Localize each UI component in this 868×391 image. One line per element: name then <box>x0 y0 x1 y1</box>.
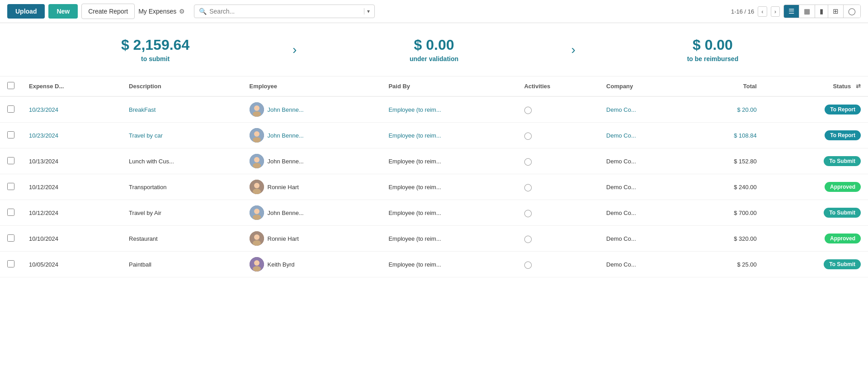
row-checkbox-cell[interactable] <box>0 96 22 123</box>
activities-cell[interactable]: ◯ <box>517 123 599 148</box>
total-amount: $ 152.80 <box>734 158 757 165</box>
th-status[interactable]: Status ⇄ <box>764 76 868 96</box>
employee-cell: Keith Byrd <box>242 252 382 277</box>
avatar <box>250 154 264 168</box>
toolbar-right: 1-16 / 16 ‹ › ☰ ▦ ▮ ⊞ ◯ <box>731 5 861 18</box>
row-checkbox[interactable] <box>7 209 14 216</box>
employee-name: John Benne... <box>268 158 304 165</box>
activities-cell[interactable]: ◯ <box>517 226 599 252</box>
to-reimburse-label: to be reimbursed <box>585 55 841 62</box>
th-activities[interactable]: Activities <box>517 76 599 96</box>
status-badge: To Submit <box>824 156 861 166</box>
paid-by-cell: Employee (to reim... <box>381 148 517 174</box>
status-badge: To Submit <box>824 259 861 269</box>
expense-date-cell: 10/12/2024 <box>22 174 122 200</box>
summary-to-reimburse: $ 0.00 to be reimbursed <box>585 37 841 62</box>
status-badge: To Report <box>825 105 861 114</box>
row-checkbox-cell[interactable] <box>0 226 22 252</box>
activity-view-button[interactable]: ◯ <box>844 5 860 18</box>
chart-view-button[interactable]: ▮ <box>815 5 828 18</box>
next-page-button[interactable]: › <box>771 6 780 17</box>
prev-page-button[interactable]: ‹ <box>758 6 767 17</box>
view-title-text: My Expenses <box>138 8 176 15</box>
th-employee[interactable]: Employee <box>242 76 382 96</box>
arrow-2: › <box>562 43 585 57</box>
under-validation-amount: $ 0.00 <box>306 37 562 53</box>
avatar <box>250 128 264 143</box>
description-text: Paintball <box>129 261 151 268</box>
row-checkbox-cell[interactable] <box>0 200 22 226</box>
activities-cell[interactable]: ◯ <box>517 96 599 123</box>
th-description[interactable]: Description <box>122 76 242 96</box>
gear-icon[interactable]: ⚙ <box>179 8 185 15</box>
activities-cell[interactable]: ◯ <box>517 174 599 200</box>
row-checkbox[interactable] <box>7 105 14 113</box>
svg-point-1 <box>254 105 259 111</box>
row-checkbox[interactable] <box>7 260 14 267</box>
adjust-columns-icon[interactable]: ⇄ <box>856 83 861 90</box>
status-cell: To Submit <box>764 148 868 174</box>
arrow-1: › <box>283 43 306 57</box>
activities-cell[interactable]: ◯ <box>517 148 599 174</box>
activities-cell[interactable]: ◯ <box>517 252 599 277</box>
kanban-view-button[interactable]: ▦ <box>799 5 815 18</box>
paid-by-cell: Employee (to reim... <box>381 200 517 226</box>
total-amount: $ 700.00 <box>734 210 757 216</box>
avatar <box>250 231 264 246</box>
select-all-checkbox[interactable] <box>7 82 14 89</box>
total-cell: $ 700.00 <box>689 200 764 226</box>
view-mode-buttons: ☰ ▦ ▮ ⊞ ◯ <box>783 5 861 18</box>
row-checkbox-cell[interactable] <box>0 252 22 277</box>
svg-point-8 <box>253 163 261 168</box>
create-report-button[interactable]: Create Report <box>81 4 135 19</box>
row-checkbox-cell[interactable] <box>0 174 22 200</box>
list-view-button[interactable]: ☰ <box>784 5 799 18</box>
svg-point-11 <box>253 189 261 194</box>
expense-date-cell: 10/05/2024 <box>22 252 122 277</box>
avatar <box>250 180 264 194</box>
total-cell: $ 240.00 <box>689 174 764 200</box>
description-link[interactable]: BreakFast <box>129 106 156 113</box>
expense-table: Expense D... Description Employee Paid B… <box>0 76 868 277</box>
row-checkbox[interactable] <box>7 131 14 138</box>
svg-point-19 <box>254 260 259 266</box>
toolbar: Upload New Create Report My Expenses ⚙ 🔍… <box>0 0 868 23</box>
employee-cell: Ronnie Hart <box>242 226 382 252</box>
company-cell: Demo Co... <box>599 226 689 252</box>
total-amount-link[interactable]: $ 108.84 <box>734 132 757 139</box>
to-reimburse-amount: $ 0.00 <box>585 37 841 53</box>
employee-cell: John Benne... <box>242 96 382 123</box>
to-submit-amount: $ 2,159.64 <box>27 37 283 53</box>
svg-point-16 <box>254 234 259 240</box>
th-paid-by[interactable]: Paid By <box>381 76 517 96</box>
expense-date-cell: 10/23/2024 <box>22 96 122 123</box>
row-checkbox[interactable] <box>7 234 14 242</box>
th-company[interactable]: Company <box>599 76 689 96</box>
description-link[interactable]: Travel by car <box>129 132 163 139</box>
select-all-header[interactable] <box>0 76 22 96</box>
upload-button[interactable]: Upload <box>7 4 45 19</box>
svg-point-10 <box>254 183 259 188</box>
grid-view-button[interactable]: ⊞ <box>828 5 844 18</box>
row-checkbox-cell[interactable] <box>0 123 22 148</box>
summary-section: $ 2,159.64 to submit › $ 0.00 under vali… <box>0 23 868 76</box>
status-cell: To Submit <box>764 252 868 277</box>
search-input[interactable] <box>209 8 361 15</box>
expense-date-cell: 10/12/2024 <box>22 200 122 226</box>
total-cell: $ 108.84 <box>689 123 764 148</box>
total-cell: $ 152.80 <box>689 148 764 174</box>
row-checkbox[interactable] <box>7 157 14 164</box>
under-validation-label: under validation <box>306 55 562 62</box>
row-checkbox-cell[interactable] <box>0 148 22 174</box>
total-amount-link[interactable]: $ 20.00 <box>737 106 756 113</box>
th-total[interactable]: Total <box>689 76 764 96</box>
company-cell: Demo Co... <box>599 200 689 226</box>
employee-name: Keith Byrd <box>268 261 295 268</box>
description-text: Lunch with Cus... <box>129 158 174 165</box>
new-button[interactable]: New <box>48 4 78 19</box>
row-checkbox[interactable] <box>7 183 14 190</box>
activities-cell[interactable]: ◯ <box>517 200 599 226</box>
search-dropdown-button[interactable]: ▾ <box>364 8 370 14</box>
th-expense-date[interactable]: Expense D... <box>22 76 122 96</box>
search-icon: 🔍 <box>199 8 207 15</box>
